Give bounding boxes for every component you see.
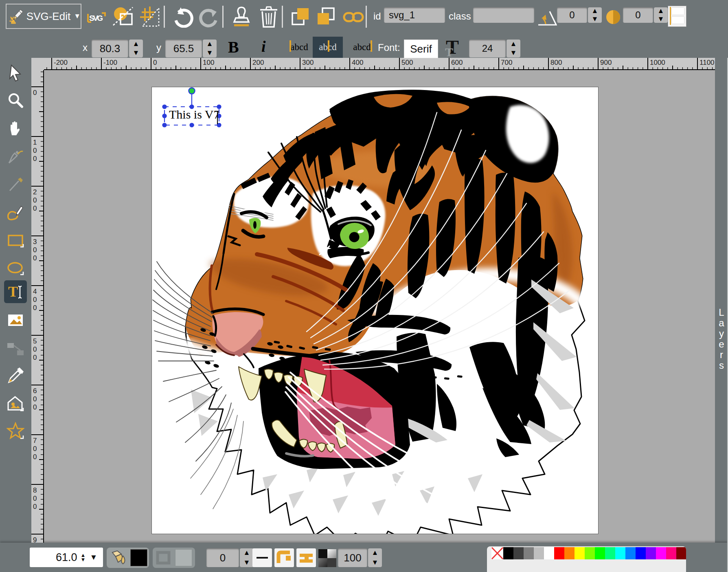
svg-text:0: 0 [33,254,37,262]
svg-text:0: 0 [153,59,157,66]
svg-text:200: 200 [252,59,264,66]
svg-text:SVG: SVG [89,14,103,22]
svg-text:0: 0 [33,89,37,97]
svg-text:0: 0 [33,296,37,304]
svg-text:400: 400 [352,59,363,66]
svg-text:9: 9 [33,536,37,543]
svg-text:600: 600 [451,59,463,66]
svg-text:0: 0 [33,345,37,353]
svg-text:5: 5 [33,337,37,345]
svg-text:0: 0 [33,155,37,163]
svg-text:3: 3 [33,238,37,246]
svg-text:0: 0 [33,395,37,403]
svg-text:0: 0 [33,246,37,254]
svg-text:4: 4 [33,288,37,295]
svg-text:0: 0 [33,147,37,154]
svg-text:0: 0 [33,453,37,461]
svg-text:700: 700 [501,59,512,66]
svg-text:0: 0 [33,503,37,510]
svg-text:1000: 1000 [650,59,665,66]
svg-text:0: 0 [33,196,37,204]
svg-text:6: 6 [33,387,37,395]
svg-text:0: 0 [33,304,37,312]
svg-text:0: 0 [33,354,37,361]
svg-text:8: 8 [33,486,37,494]
svg-text:300: 300 [302,59,314,66]
svg-text:0: 0 [33,205,37,212]
svg-text:2: 2 [33,188,37,196]
svg-text:100: 100 [203,59,214,66]
svg-text:-100: -100 [103,59,117,66]
svg-text:800: 800 [550,59,562,66]
svg-text:1100: 1100 [699,59,715,66]
svg-text:7: 7 [33,437,37,444]
svg-text:0: 0 [33,495,37,502]
svg-text:0: 0 [33,445,37,453]
svg-text:900: 900 [600,59,612,66]
svg-text:0: 0 [33,403,37,411]
svg-text:1: 1 [33,139,37,146]
svg-text:T: T [8,284,18,300]
svg-text:500: 500 [401,59,413,66]
svg-text:-200: -200 [54,59,68,66]
